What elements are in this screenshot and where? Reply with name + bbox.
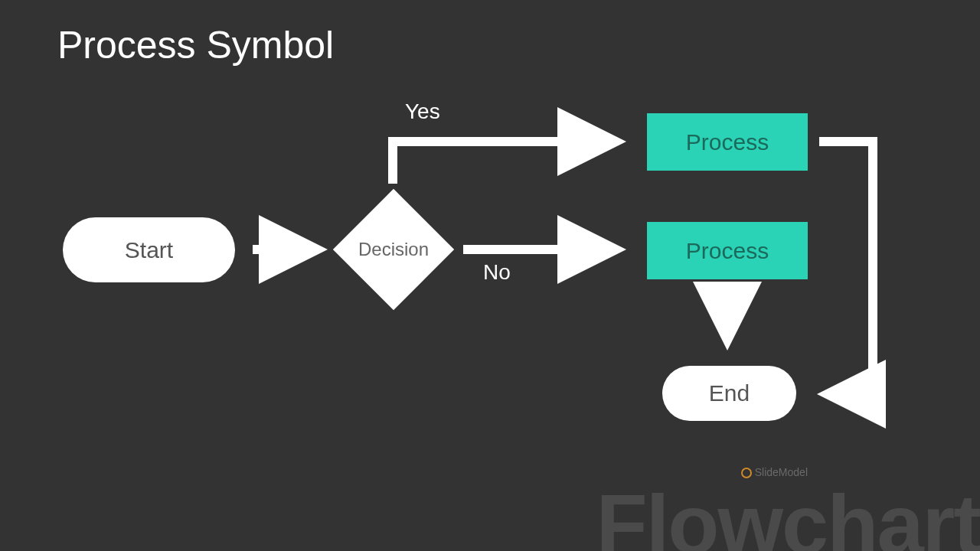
flow-node-end-label: End	[709, 380, 750, 406]
flow-node-process-no-label: Process	[686, 238, 769, 264]
edge-label-yes: Yes	[405, 99, 440, 124]
arrow-process-yes-to-end	[819, 142, 873, 394]
edge-label-no: No	[483, 260, 511, 285]
page-title: Process Symbol	[57, 23, 334, 67]
watermark-brand-icon	[741, 468, 752, 478]
slide-canvas: Process Symbol Start Decision Process Pr…	[0, 0, 980, 551]
flow-node-process-no: Process	[647, 222, 808, 279]
flow-node-process-yes-label: Process	[686, 129, 769, 155]
watermark-brand-label: SlideModel	[755, 466, 808, 478]
watermark-brand: SlideModel	[741, 466, 808, 478]
watermark-text: Flowchart	[596, 482, 981, 551]
arrow-decision-yes	[393, 142, 612, 184]
flow-node-decision: Decision	[333, 189, 454, 310]
flow-node-decision-label: Decision	[358, 239, 429, 260]
flow-node-start-label: Start	[125, 237, 173, 263]
flow-node-process-yes: Process	[647, 113, 808, 171]
flow-node-start: Start	[63, 217, 235, 282]
flow-node-end: End	[662, 366, 796, 421]
